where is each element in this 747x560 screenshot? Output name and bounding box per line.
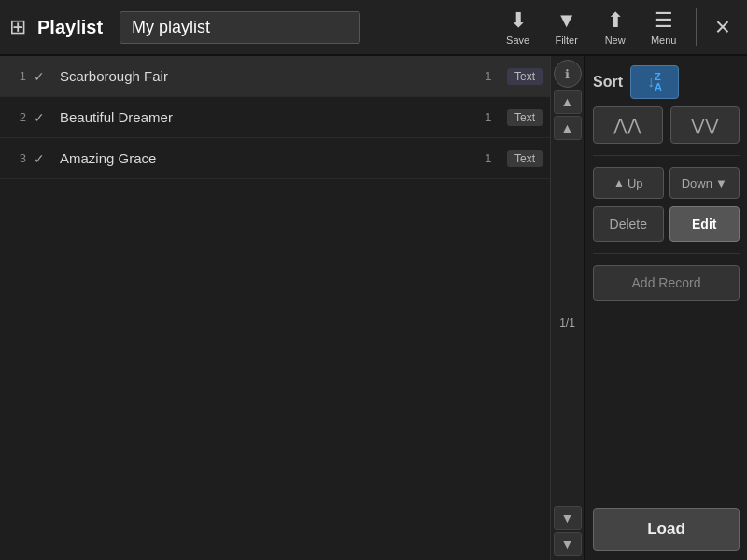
scroll-down-bottom-button[interactable]: ▼ bbox=[554, 532, 582, 556]
page-indicator: 1/1 bbox=[559, 316, 575, 329]
top-bar: ⊞ Playlist ⬇ Save ▼ Filter ⬆ New ☰ Menu … bbox=[0, 0, 747, 56]
track-col-num: 1 bbox=[479, 69, 498, 83]
track-number: 3 bbox=[7, 151, 26, 165]
track-badge: Text bbox=[507, 150, 543, 167]
scroll-up-top-button[interactable]: ▲ bbox=[554, 90, 582, 114]
nav-up-button[interactable]: ⋀⋀ bbox=[593, 106, 663, 144]
track-name: Beautiful Dreamer bbox=[60, 109, 479, 125]
down-label: Down bbox=[682, 176, 712, 190]
new-icon: ⬆ bbox=[607, 8, 624, 33]
menu-icon: ☰ bbox=[655, 8, 673, 33]
track-row[interactable]: 1 ✓ Scarborough Fair 1 Text bbox=[0, 56, 550, 97]
track-list: 1 ✓ Scarborough Fair 1 Text 2 ✓ Beautifu… bbox=[0, 56, 550, 560]
track-row[interactable]: 3 ✓ Amazing Grace 1 Text bbox=[0, 138, 550, 179]
playlist-name-input[interactable] bbox=[120, 11, 360, 44]
close-button[interactable]: × bbox=[708, 8, 738, 46]
down-arrow-icon: ▼ bbox=[715, 176, 727, 190]
scroll-down-button[interactable]: ▼ bbox=[554, 506, 582, 530]
save-label: Save bbox=[506, 35, 529, 46]
track-number: 1 bbox=[7, 69, 26, 83]
nav-row: ⋀⋀ ⋁⋁ bbox=[593, 106, 740, 144]
filter-button[interactable]: ▼ Filter bbox=[546, 5, 587, 49]
sort-label: Sort bbox=[593, 74, 623, 91]
menu-label: Menu bbox=[651, 35, 677, 46]
track-badge: Text bbox=[507, 68, 543, 85]
track-row[interactable]: 2 ✓ Beautiful Dreamer 1 Text bbox=[0, 97, 550, 138]
track-badge: Text bbox=[507, 109, 543, 126]
menu-button[interactable]: ☰ Menu bbox=[643, 5, 684, 49]
track-col-num: 1 bbox=[479, 151, 498, 165]
app-title: Playlist bbox=[37, 17, 103, 38]
delete-button[interactable]: Delete bbox=[593, 206, 664, 242]
info-icon[interactable]: ℹ bbox=[554, 60, 582, 88]
right-panel: Sort ↓ZA ⋀⋀ ⋁⋁ ▲ Up Down ▼ Delete Edit bbox=[584, 56, 747, 560]
new-button[interactable]: ⬆ New bbox=[595, 5, 636, 49]
up-down-row: ▲ Up Down ▼ bbox=[593, 167, 740, 199]
track-check-icon: ✓ bbox=[34, 69, 52, 84]
sort-row: Sort ↓ZA bbox=[593, 65, 740, 99]
scroll-controls: ℹ ▲ ▲ 1/1 ▼ ▼ bbox=[550, 56, 584, 560]
divider-1 bbox=[593, 155, 740, 156]
track-name: Scarborough Fair bbox=[60, 68, 479, 84]
scroll-up-button[interactable]: ▲ bbox=[554, 116, 582, 140]
divider-2 bbox=[593, 253, 740, 254]
track-name: Amazing Grace bbox=[60, 150, 479, 166]
track-check-icon: ✓ bbox=[34, 110, 52, 125]
up-label: Up bbox=[627, 176, 643, 190]
main-area: 1 ✓ Scarborough Fair 1 Text 2 ✓ Beautifu… bbox=[0, 56, 747, 560]
track-number: 2 bbox=[7, 110, 26, 124]
track-col-num: 1 bbox=[479, 110, 498, 124]
up-button[interactable]: ▲ Up bbox=[593, 167, 664, 199]
down-button[interactable]: Down ▼ bbox=[669, 167, 740, 199]
load-button[interactable]: Load bbox=[593, 508, 740, 551]
nav-down-button[interactable]: ⋁⋁ bbox=[670, 106, 740, 144]
track-check-icon: ✓ bbox=[34, 151, 52, 166]
save-icon: ⬇ bbox=[510, 8, 527, 33]
sort-za-button[interactable]: ↓ZA bbox=[630, 65, 679, 99]
list-area: 1 ✓ Scarborough Fair 1 Text 2 ✓ Beautifu… bbox=[0, 56, 584, 560]
up-arrow-icon: ▲ bbox=[613, 176, 625, 189]
filter-icon: ▼ bbox=[557, 8, 577, 33]
playlist-icon: ⊞ bbox=[9, 15, 26, 39]
edit-button[interactable]: Edit bbox=[669, 206, 740, 242]
save-button[interactable]: ⬇ Save bbox=[498, 5, 539, 49]
toolbar-divider bbox=[696, 8, 697, 46]
add-record-button[interactable]: Add Record bbox=[593, 265, 740, 301]
delete-edit-row: Delete Edit bbox=[593, 206, 740, 242]
filter-label: Filter bbox=[555, 35, 577, 46]
new-label: New bbox=[605, 35, 626, 46]
